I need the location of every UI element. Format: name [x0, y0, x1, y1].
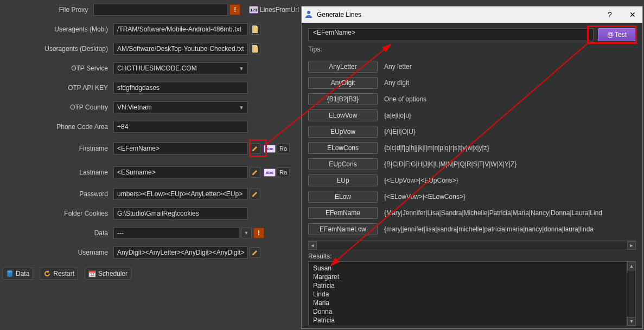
alert-icon[interactable]: ! [253, 228, 264, 238]
input-file-proxy[interactable] [93, 4, 228, 16]
label-username: Username [2, 249, 113, 256]
tip-button[interactable]: ELowVow [308, 109, 378, 121]
restart-button-label: Restart [53, 270, 74, 277]
refresh-icon [43, 270, 51, 277]
results-box: SusanMargaretPatriciaLindaMariaDonnaPatr… [308, 261, 636, 326]
browse-icon[interactable] [250, 43, 260, 54]
result-line: Donna [313, 307, 631, 316]
scroll-down-icon[interactable]: ▼ [627, 317, 636, 326]
tip-description: {mary|jennifer|lisa|sandra|michelle|patr… [384, 225, 594, 233]
edit-button[interactable] [250, 167, 260, 178]
tip-button[interactable]: EUpVow [308, 126, 378, 138]
chevron-down-icon: ▼ [239, 105, 244, 111]
tip-button[interactable]: EFemNameLow [308, 223, 378, 235]
select-otp-service-value: CHOTHUESIMCODE.COM [117, 64, 197, 72]
scroll-up-icon[interactable]: ▲ [627, 262, 636, 270]
horizontal-scrollbar[interactable]: ◄ ► [308, 241, 636, 249]
scheduler-button-label: Scheduler [98, 270, 127, 277]
result-line: Margaret [313, 273, 631, 281]
badge-abc-icon: abc [264, 169, 276, 177]
tip-description: Any letter [384, 63, 412, 70]
tip-description: {A|E|I|O|U} [384, 128, 416, 135]
tip-description: {a|e|i|o|u} [384, 112, 411, 119]
tip-row: EFemNameLow{mary|jennifer|lisa|sandra|mi… [308, 221, 636, 237]
data-button-label: Data [16, 270, 29, 277]
data-button[interactable]: Data [2, 268, 33, 280]
at-icon: @ [607, 31, 614, 38]
ra-button[interactable]: Ra [277, 167, 290, 177]
label-firstname: Firstname [2, 145, 113, 152]
result-line: Susan [313, 264, 631, 273]
tip-description: {<EUpVow>|<EUpCons>} [384, 177, 458, 184]
tip-description: {B|C|D|F|G|H|J|K|L|M|N|P|Q|R|S|T|V|W|X|Y… [384, 160, 517, 168]
tip-button[interactable]: AnyDigit [308, 77, 378, 89]
generate-lines-dialog: Generate Lines ? ✕ <EFemName> @ Test Tip… [301, 6, 643, 329]
tip-button[interactable]: AnyLetter [308, 61, 378, 73]
result-line: Maria [313, 299, 631, 307]
vertical-scrollbar[interactable]: ▲ ▼ [627, 262, 635, 326]
tip-description: Any digit [384, 79, 409, 87]
input-phone-code[interactable]: +84 [113, 121, 248, 133]
label-otp-key: OTP API KEY [2, 84, 113, 92]
help-button[interactable]: ? [603, 10, 616, 19]
label-otp-country: OTP Country [2, 103, 113, 111]
select-otp-service[interactable]: CHOTHUESIMCODE.COM ▼ [113, 62, 248, 74]
tip-row: EUp{<EUpVow>|<EUpCons>} [308, 172, 636, 189]
select-data[interactable]: --- [113, 227, 239, 239]
select-otp-country[interactable]: VN:Vietnam ▼ [113, 101, 248, 113]
label-lines-from-url: LinesFromUrl [260, 6, 299, 14]
tip-button[interactable]: EUpCons [308, 158, 378, 170]
chevron-down-icon[interactable]: ▼ [241, 228, 252, 238]
scroll-right-icon[interactable]: ► [627, 241, 636, 250]
tip-row: EFemName{Mary|Jennifer|Lisa|Sandra|Miche… [308, 205, 636, 221]
label-otp-service: OTP Service [2, 64, 113, 72]
label-ua-mobi: Useragents (Mobi) [2, 25, 113, 33]
scheduler-button[interactable]: 12 Scheduler [85, 268, 131, 280]
svg-point-0 [7, 270, 12, 273]
tip-button[interactable]: EUp [308, 174, 378, 186]
input-cookies[interactable]: G:\Studio\GmailReg\cookies [113, 208, 248, 219]
svg-point-6 [307, 11, 310, 14]
input-ua-desk[interactable]: AM/Software/DeskTop-Youtube-Checked.txt [113, 43, 248, 55]
label-file-proxy: File Proxy [2, 6, 93, 14]
dialog-title: Generate Lines [317, 11, 361, 18]
chevron-down-icon: ▼ [239, 66, 244, 72]
label-cookies: Folder Cookies [2, 210, 113, 217]
edit-button[interactable] [250, 143, 260, 154]
restart-button[interactable]: Restart [40, 268, 78, 280]
svg-text:12: 12 [90, 273, 94, 276]
tip-button[interactable]: ELowCons [308, 142, 378, 154]
input-password[interactable]: umbers><ELow><EUp><AnyLetter><EUp> [113, 188, 248, 200]
badge-123-icon: 123 [249, 6, 258, 14]
scroll-left-icon[interactable]: ◄ [308, 241, 317, 250]
input-lastname[interactable]: <ESurname> [113, 166, 248, 178]
tip-button[interactable]: EFemName [308, 207, 378, 219]
input-otp-key[interactable]: sfdgfhdgdases [113, 82, 248, 94]
test-button[interactable]: @ Test [598, 28, 636, 41]
alert-icon[interactable]: ! [229, 4, 240, 15]
input-ua-mobi[interactable]: /TRAM/Software/Mobile-Android-486mb.txt [113, 23, 248, 35]
edit-button[interactable] [250, 189, 260, 199]
tip-row: ELowCons{b|c|d|f|g|h|j|k|l|m|n|p|q|r|s|t… [308, 140, 636, 156]
select-data-value: --- [117, 229, 124, 237]
tip-button[interactable]: {B1|B2|B3} [308, 93, 378, 105]
input-firstname[interactable]: <EFemName> [113, 143, 248, 154]
results-label: Results: [308, 253, 636, 260]
browse-icon[interactable] [250, 24, 260, 35]
tips-label: Tips: [308, 46, 636, 53]
tip-row: ELowVow{a|e|i|o|u} [308, 107, 636, 124]
tip-description: {b|c|d|f|g|h|j|k|l|m|n|p|q|r|s|t|v|w|x|y… [384, 144, 489, 152]
generate-input[interactable]: <EFemName> [308, 28, 594, 41]
edit-button[interactable] [250, 247, 260, 258]
select-otp-country-value: VN:Vietnam [117, 103, 152, 111]
tip-row: AnyDigitAny digit [308, 75, 636, 91]
calendar-icon: 12 [88, 270, 96, 277]
ra-button[interactable]: Ra [277, 144, 290, 153]
test-button-label: Test [615, 31, 627, 38]
bottom-bar: Data Restart 12 Scheduler [0, 266, 298, 282]
input-username[interactable]: AnyDigit><AnyLetter><AnyDigit><AnyDigit> [113, 247, 248, 258]
tip-description: {Mary|Jennifer|Lisa|Sandra|Michelle|Patr… [384, 209, 602, 217]
close-button[interactable]: ✕ [626, 10, 639, 19]
label-ua-desk: Useragents (Desktop) [2, 45, 113, 53]
tip-button[interactable]: ELow [308, 191, 378, 203]
